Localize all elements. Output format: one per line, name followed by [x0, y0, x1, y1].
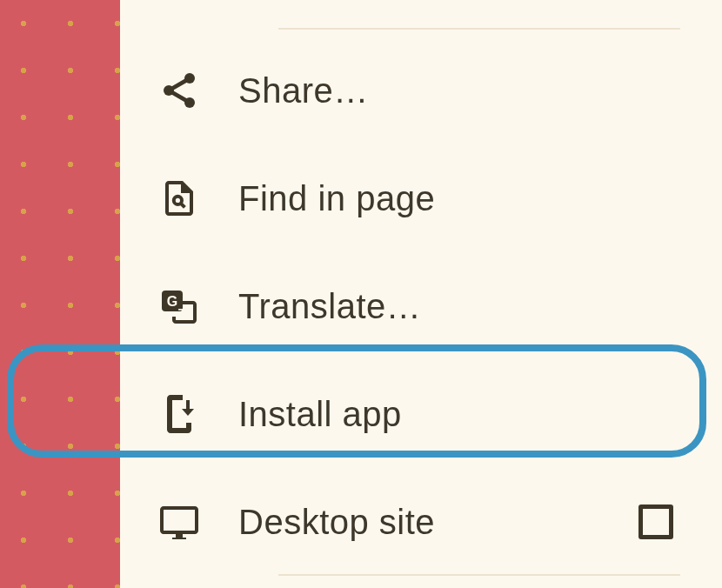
menu-item-label: Share…: [238, 71, 369, 110]
menu-item-label: Install app: [238, 395, 402, 434]
menu-item-share[interactable]: Share…: [120, 37, 722, 144]
browser-overflow-menu: Share… Find in page G 文 Tra: [120, 0, 722, 588]
svg-rect-4: [168, 89, 191, 104]
menu-divider-top: [278, 28, 680, 30]
install-app-icon: [158, 393, 200, 435]
menu-items-list: Share… Find in page G 文 Tra: [120, 37, 722, 576]
find-in-page-icon: [158, 177, 200, 219]
svg-line-6: [181, 204, 185, 208]
menu-item-label: Translate…: [238, 287, 421, 326]
desktop-icon: [158, 501, 200, 543]
menu-item-label: Find in page: [238, 179, 435, 218]
menu-item-find-in-page[interactable]: Find in page: [120, 144, 722, 252]
menu-item-desktop-site[interactable]: Desktop site: [120, 468, 722, 576]
menu-item-label: Desktop site: [238, 503, 435, 542]
menu-item-translate[interactable]: G 文 Translate…: [120, 252, 722, 360]
svg-text:文: 文: [177, 305, 192, 320]
menu-divider-bottom: [278, 574, 680, 576]
menu-item-install-app[interactable]: Install app: [120, 360, 722, 468]
svg-text:G: G: [167, 294, 177, 309]
share-icon: [158, 70, 200, 111]
translate-icon: G 文: [158, 285, 200, 327]
desktop-site-checkbox[interactable]: [638, 504, 673, 539]
